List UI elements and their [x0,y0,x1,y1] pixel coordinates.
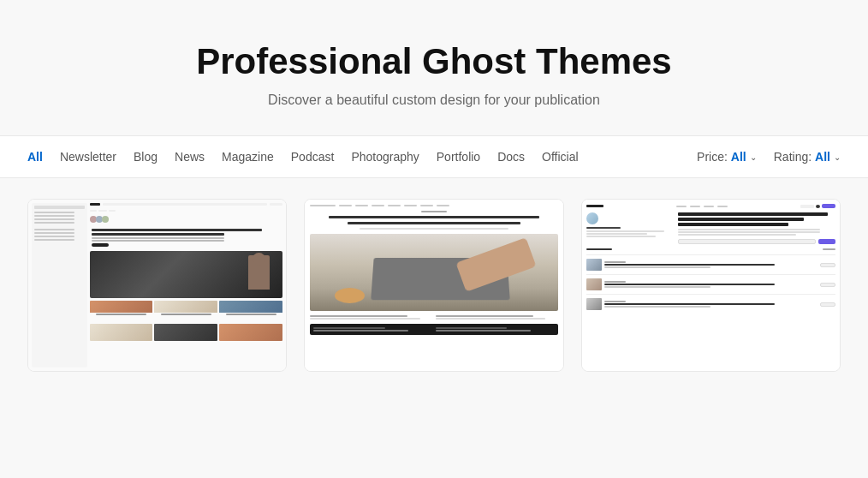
rating-filter[interactable]: Rating: All ⌄ [774,150,841,164]
rating-value: All [815,150,830,164]
filter-tag-news[interactable]: News [175,150,205,164]
rating-label: Rating: [774,150,812,164]
theme-card-magazine[interactable] [304,199,563,372]
filter-dropdowns: Price: All ⌄ Rating: All ⌄ [697,150,841,164]
filter-tag-official[interactable]: Official [542,150,579,164]
theme-preview-portfolio [582,200,840,371]
filter-tag-magazine[interactable]: Magazine [222,150,274,164]
price-filter[interactable]: Price: All ⌄ [697,150,757,164]
filter-tag-photography[interactable]: Photography [351,150,419,164]
theme-card-blog[interactable] [27,199,287,372]
hero-title: Professional Ghost Themes [17,41,851,82]
filter-tag-all[interactable]: All [27,150,43,164]
filter-bar: All Newsletter Blog News Magazine Podcas… [0,135,868,178]
theme-preview-magazine [305,200,562,371]
hero-subtitle: Discover a beautiful custom design for y… [17,93,851,108]
price-chevron-icon: ⌄ [750,152,757,162]
theme-card-portfolio[interactable] [581,199,841,372]
filter-tags: All Newsletter Blog News Magazine Podcas… [27,150,676,164]
filter-tag-docs[interactable]: Docs [497,150,525,164]
filter-tag-podcast[interactable]: Podcast [291,150,335,164]
filter-tag-blog[interactable]: Blog [134,150,158,164]
filter-tag-portfolio[interactable]: Portfolio [437,150,480,164]
filter-tag-newsletter[interactable]: Newsletter [60,150,116,164]
rating-chevron-icon: ⌄ [834,152,841,162]
price-value: All [731,150,746,164]
hero-section: Professional Ghost Themes Discover a bea… [0,0,868,135]
price-label: Price: [697,150,728,164]
theme-preview-blog [28,200,286,371]
themes-grid [0,178,868,392]
